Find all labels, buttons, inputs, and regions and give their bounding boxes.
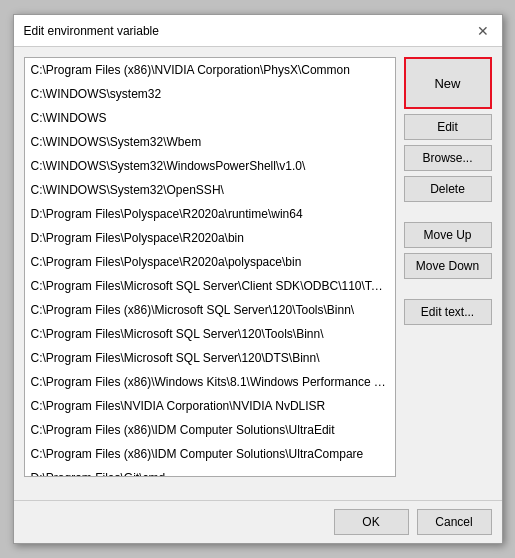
env-variable-list[interactable]: C:\Program Files (x86)\NVIDIA Corporatio… <box>24 57 396 477</box>
list-item[interactable]: C:\WINDOWS\System32\WindowsPowerShell\v1… <box>25 154 395 178</box>
delete-button[interactable]: Delete <box>404 176 492 202</box>
list-item[interactable]: C:\Program Files (x86)\IDM Computer Solu… <box>25 418 395 442</box>
dialog-title: Edit environment variable <box>24 24 159 38</box>
edit-env-variable-dialog: Edit environment variable ✕ C:\Program F… <box>13 14 503 544</box>
list-item[interactable]: D:\Program Files\Git\cmd <box>25 466 395 477</box>
buttons-panel: New Edit Browse... Delete Move Up Move D… <box>404 57 492 490</box>
move-up-button[interactable]: Move Up <box>404 222 492 248</box>
list-item[interactable]: C:\WINDOWS\System32\Wbem <box>25 130 395 154</box>
list-item[interactable]: C:\Program Files\Polyspace\R2020a\polysp… <box>25 250 395 274</box>
list-item[interactable]: C:\WINDOWS <box>25 106 395 130</box>
list-item[interactable]: C:\Program Files\NVIDIA Corporation\NVID… <box>25 394 395 418</box>
list-item[interactable]: C:\Program Files (x86)\Windows Kits\8.1\… <box>25 370 395 394</box>
title-bar: Edit environment variable ✕ <box>14 15 502 47</box>
list-item[interactable]: C:\WINDOWS\System32\OpenSSH\ <box>25 178 395 202</box>
list-item[interactable]: D:\Program Files\Polyspace\R2020a\bin <box>25 226 395 250</box>
edit-text-button[interactable]: Edit text... <box>404 299 492 325</box>
list-item[interactable]: C:\Program Files\Microsoft SQL Server\12… <box>25 322 395 346</box>
close-button[interactable]: ✕ <box>474 22 492 40</box>
cancel-button[interactable]: Cancel <box>417 509 492 535</box>
ok-button[interactable]: OK <box>334 509 409 535</box>
list-item[interactable]: C:\WINDOWS\system32 <box>25 82 395 106</box>
content-area: C:\Program Files (x86)\NVIDIA Corporatio… <box>14 47 502 500</box>
list-item[interactable]: C:\Program Files\Microsoft SQL Server\12… <box>25 346 395 370</box>
new-button[interactable]: New <box>404 57 492 109</box>
list-item[interactable]: C:\Program Files (x86)\IDM Computer Solu… <box>25 442 395 466</box>
list-item[interactable]: C:\Program Files (x86)\NVIDIA Corporatio… <box>25 58 395 82</box>
list-item[interactable]: C:\Program Files (x86)\Microsoft SQL Ser… <box>25 298 395 322</box>
edit-button[interactable]: Edit <box>404 114 492 140</box>
list-item[interactable]: C:\Program Files\Microsoft SQL Server\Cl… <box>25 274 395 298</box>
move-down-button[interactable]: Move Down <box>404 253 492 279</box>
browse-button[interactable]: Browse... <box>404 145 492 171</box>
bottom-bar: OK Cancel <box>14 500 502 543</box>
list-item[interactable]: D:\Program Files\Polyspace\R2020a\runtim… <box>25 202 395 226</box>
